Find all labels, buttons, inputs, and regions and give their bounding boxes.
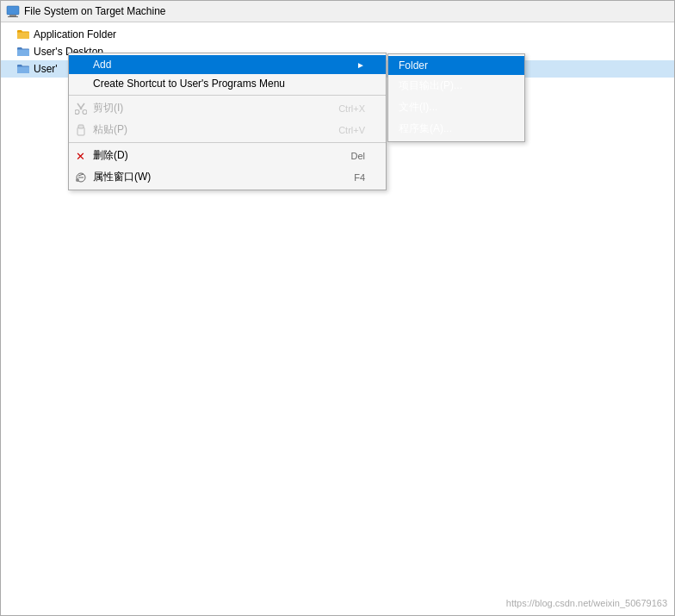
svg-line-11	[78, 174, 84, 176]
menu-item-create-shortcut[interactable]: Create Shortcut to User's Programs Menu	[69, 74, 386, 93]
paste-icon	[74, 123, 88, 137]
submenu: Folder 项目输出(P)... 文件(I)... 程序集(A)...	[387, 53, 525, 142]
svg-rect-2	[8, 16, 18, 17]
folder-icon	[16, 62, 30, 76]
svg-rect-0	[7, 6, 19, 15]
submenu-arrow-icon: ►	[356, 60, 365, 70]
svg-point-13	[76, 178, 79, 182]
properties-icon	[74, 171, 88, 184]
svg-point-5	[75, 109, 79, 114]
menu-shortcut: Del	[350, 151, 365, 161]
menu-item-label: 粘贴(P)	[93, 122, 127, 137]
title-text: File System on Target Machine	[24, 5, 166, 17]
title-bar: File System on Target Machine	[1, 1, 674, 22]
svg-text:✕: ✕	[76, 150, 85, 162]
tree-item-label: User'	[34, 63, 58, 75]
menu-item-label: Create Shortcut to User's Programs Menu	[93, 78, 285, 90]
submenu-item-label: 程序集(A)...	[399, 121, 452, 136]
menu-item-label: 剪切(I)	[93, 101, 123, 115]
submenu-item-label: Folder	[399, 59, 428, 72]
menu-item-properties[interactable]: 属性窗口(W) F4	[69, 166, 386, 188]
computer-icon	[6, 4, 20, 18]
menu-item-label: Add	[93, 59, 111, 71]
cut-icon	[74, 102, 88, 115]
svg-line-4	[80, 103, 84, 109]
submenu-item-folder[interactable]: Folder	[388, 56, 524, 75]
submenu-item-project-output[interactable]: 项目输出(P)...	[388, 75, 524, 96]
submenu-item-assembly[interactable]: 程序集(A)...	[388, 118, 524, 140]
menu-item-cut[interactable]: 剪切(I) Ctrl+X	[69, 97, 386, 119]
submenu-item-file[interactable]: 文件(I)...	[388, 96, 524, 118]
tree-item-label: Application Folder	[34, 28, 116, 40]
menu-shortcut: Ctrl+X	[338, 103, 365, 114]
context-menu: Add ► Folder 项目输出(P)... 文件(I)... 程序集(A).…	[68, 53, 387, 190]
submenu-item-label: 项目输出(P)...	[399, 78, 462, 93]
menu-separator-2	[69, 142, 386, 143]
menu-item-label: 删除(D)	[93, 148, 128, 163]
submenu-item-label: 文件(I)...	[399, 100, 437, 115]
menu-item-add[interactable]: Add ► Folder 项目输出(P)... 文件(I)... 程序集(A).…	[69, 55, 386, 74]
menu-item-delete[interactable]: ✕ 删除(D) Del	[69, 145, 386, 166]
menu-separator-1	[69, 95, 386, 96]
menu-item-label: 属性窗口(W)	[93, 170, 151, 184]
delete-icon: ✕	[74, 149, 88, 163]
menu-shortcut: F4	[354, 172, 365, 183]
menu-shortcut: Ctrl+V	[338, 125, 365, 135]
folder-icon	[16, 45, 30, 59]
main-panel: File System on Target Machine Applicatio…	[0, 0, 675, 616]
svg-point-6	[83, 109, 87, 114]
tree-item-application-folder[interactable]: Application Folder	[1, 26, 674, 43]
svg-rect-8	[78, 125, 84, 128]
menu-item-paste[interactable]: 粘贴(P) Ctrl+V	[69, 119, 386, 140]
watermark: https://blog.csdn.net/weixin_50679163	[506, 598, 667, 608]
svg-rect-1	[9, 15, 16, 16]
folder-icon	[16, 28, 30, 41]
